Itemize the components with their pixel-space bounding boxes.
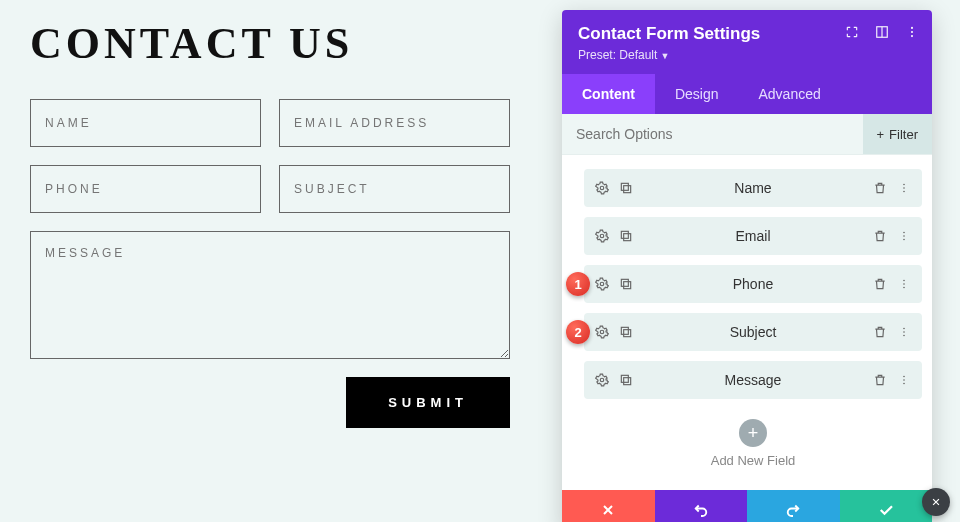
message-field[interactable] bbox=[30, 231, 510, 359]
resize-handle[interactable] bbox=[922, 488, 950, 516]
page-title: CONTACT US bbox=[30, 18, 510, 69]
svg-rect-18 bbox=[624, 282, 631, 289]
svg-rect-24 bbox=[624, 330, 631, 337]
svg-rect-31 bbox=[621, 375, 628, 382]
field-row-message[interactable]: Message bbox=[584, 361, 922, 399]
more-icon[interactable] bbox=[896, 180, 912, 196]
filter-button[interactable]: + Filter bbox=[863, 114, 932, 154]
svg-rect-30 bbox=[624, 378, 631, 385]
more-icon[interactable] bbox=[904, 24, 920, 40]
search-input[interactable] bbox=[562, 114, 863, 154]
svg-point-11 bbox=[600, 234, 604, 238]
name-field[interactable] bbox=[30, 99, 261, 147]
trash-icon[interactable] bbox=[872, 180, 888, 196]
add-field-area: + Add New Field bbox=[584, 409, 922, 484]
step-badge-2: 2 bbox=[566, 320, 590, 344]
expand-icon[interactable] bbox=[844, 24, 860, 40]
tab-design[interactable]: Design bbox=[655, 74, 739, 114]
svg-point-28 bbox=[903, 335, 905, 337]
svg-rect-12 bbox=[624, 234, 631, 241]
tab-content[interactable]: Content bbox=[562, 74, 655, 114]
more-icon[interactable] bbox=[896, 324, 912, 340]
field-label: Subject bbox=[634, 324, 872, 340]
trash-icon[interactable] bbox=[872, 276, 888, 292]
more-icon[interactable] bbox=[896, 228, 912, 244]
svg-rect-6 bbox=[624, 186, 631, 193]
svg-point-34 bbox=[903, 383, 905, 385]
svg-point-8 bbox=[903, 184, 905, 186]
field-row-phone[interactable]: 1 Phone bbox=[584, 265, 922, 303]
panel-tabs: Content Design Advanced bbox=[562, 74, 932, 114]
svg-point-22 bbox=[903, 287, 905, 289]
duplicate-icon[interactable] bbox=[618, 180, 634, 196]
email-field[interactable] bbox=[279, 99, 510, 147]
trash-icon[interactable] bbox=[872, 228, 888, 244]
chevron-down-icon: ▼ bbox=[660, 51, 669, 61]
duplicate-icon[interactable] bbox=[618, 372, 634, 388]
contact-form: CONTACT US SUBMIT bbox=[30, 18, 510, 428]
svg-rect-25 bbox=[621, 327, 628, 334]
redo-button[interactable] bbox=[747, 490, 840, 522]
svg-point-4 bbox=[911, 35, 913, 37]
submit-button[interactable]: SUBMIT bbox=[346, 377, 510, 428]
undo-button[interactable] bbox=[655, 490, 748, 522]
duplicate-icon[interactable] bbox=[618, 324, 634, 340]
cancel-button[interactable] bbox=[562, 490, 655, 522]
gear-icon[interactable] bbox=[594, 180, 610, 196]
gear-icon[interactable] bbox=[594, 276, 610, 292]
settings-panel: Contact Form Settings Preset: Default▼ C… bbox=[562, 10, 932, 522]
filter-label: Filter bbox=[889, 127, 918, 142]
field-label: Phone bbox=[634, 276, 872, 292]
more-icon[interactable] bbox=[896, 372, 912, 388]
subject-field[interactable] bbox=[279, 165, 510, 213]
svg-point-15 bbox=[903, 235, 905, 237]
gear-icon[interactable] bbox=[594, 324, 610, 340]
svg-point-32 bbox=[903, 376, 905, 378]
panel-header: Contact Form Settings Preset: Default▼ bbox=[562, 10, 932, 74]
plus-icon: + bbox=[877, 127, 885, 142]
svg-point-9 bbox=[903, 187, 905, 189]
add-field-button[interactable]: + bbox=[739, 419, 767, 447]
phone-field[interactable] bbox=[30, 165, 261, 213]
fields-list: Name Email 1 Phone bbox=[562, 155, 932, 490]
svg-point-20 bbox=[903, 280, 905, 282]
gear-icon[interactable] bbox=[594, 372, 610, 388]
svg-point-23 bbox=[600, 330, 604, 334]
field-row-subject[interactable]: 2 Subject bbox=[584, 313, 922, 351]
panel-footer bbox=[562, 490, 932, 522]
svg-rect-19 bbox=[621, 279, 628, 286]
svg-point-10 bbox=[903, 191, 905, 193]
svg-point-27 bbox=[903, 331, 905, 333]
svg-point-14 bbox=[903, 232, 905, 234]
svg-rect-7 bbox=[621, 183, 628, 190]
layout-icon[interactable] bbox=[874, 24, 890, 40]
confirm-button[interactable] bbox=[840, 490, 933, 522]
svg-rect-13 bbox=[621, 231, 628, 238]
svg-point-2 bbox=[911, 27, 913, 29]
field-row-email[interactable]: Email bbox=[584, 217, 922, 255]
field-label: Message bbox=[634, 372, 872, 388]
svg-point-29 bbox=[600, 378, 604, 382]
field-row-name[interactable]: Name bbox=[584, 169, 922, 207]
preset-label: Preset: Default bbox=[578, 48, 657, 62]
trash-icon[interactable] bbox=[872, 372, 888, 388]
svg-point-5 bbox=[600, 186, 604, 190]
svg-point-21 bbox=[903, 283, 905, 285]
svg-point-33 bbox=[903, 379, 905, 381]
preset-selector[interactable]: Preset: Default▼ bbox=[578, 48, 916, 62]
tab-advanced[interactable]: Advanced bbox=[738, 74, 840, 114]
field-label: Email bbox=[634, 228, 872, 244]
trash-icon[interactable] bbox=[872, 324, 888, 340]
more-icon[interactable] bbox=[896, 276, 912, 292]
svg-point-26 bbox=[903, 328, 905, 330]
svg-point-17 bbox=[600, 282, 604, 286]
gear-icon[interactable] bbox=[594, 228, 610, 244]
svg-point-3 bbox=[911, 31, 913, 33]
step-badge-1: 1 bbox=[566, 272, 590, 296]
field-label: Name bbox=[634, 180, 872, 196]
duplicate-icon[interactable] bbox=[618, 276, 634, 292]
svg-point-16 bbox=[903, 239, 905, 241]
duplicate-icon[interactable] bbox=[618, 228, 634, 244]
add-field-label: Add New Field bbox=[584, 453, 922, 468]
